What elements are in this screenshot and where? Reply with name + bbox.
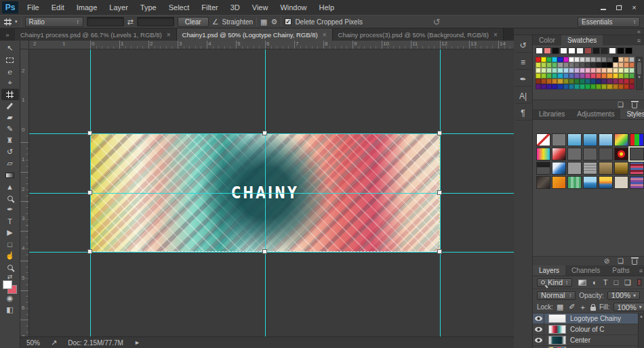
lasso-tool[interactable]: ℮ [1, 66, 19, 77]
swatches-scrollbar[interactable]: ▲▼ [636, 57, 643, 90]
style-thumbnail[interactable] [599, 176, 613, 189]
lock-transparency-icon[interactable]: ▦ [557, 303, 563, 311]
minimize-button[interactable] [596, 3, 610, 13]
color-swatch[interactable] [574, 62, 580, 68]
recent-swatch[interactable] [625, 47, 632, 54]
color-swatch[interactable] [569, 62, 574, 68]
style-thumbnail[interactable] [536, 162, 550, 175]
color-swatch[interactable] [541, 79, 546, 84]
menu-type[interactable]: Type [134, 1, 163, 14]
color-swatch[interactable] [590, 68, 596, 73]
color-swatch[interactable] [624, 62, 629, 68]
new-style-icon[interactable]: ❏ [618, 257, 624, 265]
color-swatch[interactable] [557, 79, 563, 84]
style-thumbnail[interactable] [583, 162, 597, 175]
style-thumbnail[interactable] [567, 162, 582, 175]
menu-3d[interactable]: 3D [224, 1, 246, 14]
menu-help[interactable]: Help [313, 1, 341, 14]
screen-mode[interactable]: ◧ [1, 304, 19, 316]
color-swatch[interactable] [557, 62, 563, 68]
color-swatch[interactable] [601, 68, 607, 73]
tab-adjustments[interactable]: Adjustments [571, 109, 620, 119]
hand-tool[interactable]: ☝ [1, 250, 19, 261]
menu-select[interactable]: Select [163, 1, 196, 14]
style-thumbnail[interactable] [630, 133, 644, 146]
style-thumbnail[interactable] [630, 162, 644, 175]
color-swatch[interactable] [618, 68, 624, 73]
color-swatch[interactable] [574, 79, 580, 84]
layer-filter-kind-dropdown[interactable]: Kind ↕ [537, 278, 572, 287]
color-swatch[interactable] [596, 68, 601, 73]
color-swatch[interactable] [601, 84, 607, 89]
style-thumbnail[interactable] [552, 162, 566, 175]
style-thumbnail[interactable] [536, 148, 550, 160]
opacity-dropdown[interactable]: 100% ▾ [607, 291, 640, 300]
status-menu-arrow-icon[interactable]: ► [134, 339, 140, 346]
style-thumbnail[interactable] [614, 162, 628, 175]
panel-menu-icon[interactable]: ≡ [634, 35, 644, 45]
color-swatch[interactable] [546, 73, 552, 79]
color-swatch[interactable] [563, 84, 569, 89]
layer-thumbnail[interactable] [548, 336, 566, 345]
style-thumbnail[interactable] [599, 162, 613, 175]
menu-edit[interactable]: Edit [45, 1, 71, 14]
recent-swatch[interactable] [617, 47, 624, 54]
tab-paths[interactable]: Paths [606, 265, 636, 276]
gradient-tool[interactable] [1, 169, 19, 181]
color-swatch[interactable] [607, 79, 612, 84]
lock-all-icon[interactable] [590, 307, 596, 311]
crop-settings-gear-icon[interactable]: ⚙ [271, 18, 278, 26]
crop-handle[interactable] [262, 131, 267, 135]
color-swatch[interactable] [618, 73, 624, 79]
color-swatch[interactable] [574, 73, 580, 79]
recent-swatch[interactable] [609, 47, 616, 54]
blur-tool[interactable]: ▲ [1, 181, 19, 192]
color-swatch[interactable] [536, 84, 541, 89]
color-swatch[interactable] [546, 84, 552, 89]
color-swatch[interactable] [574, 68, 580, 73]
filter-pixel-layers-icon[interactable] [578, 280, 586, 286]
filter-smart-objects-icon[interactable]: ❏ [624, 278, 631, 287]
tab-channels[interactable]: Channels [565, 265, 606, 276]
color-swatch[interactable] [541, 73, 546, 79]
color-swatch[interactable] [546, 79, 552, 84]
color-swatch[interactable] [613, 68, 618, 73]
style-thumbnail[interactable] [536, 176, 550, 189]
menu-image[interactable]: Image [71, 1, 104, 14]
tab-styles[interactable]: Styles [620, 109, 644, 119]
swap-dimensions-icon[interactable]: ⇄ [127, 18, 134, 26]
color-swatch[interactable] [557, 84, 563, 89]
color-swatch[interactable] [552, 62, 557, 68]
recent-swatch[interactable] [552, 47, 559, 54]
color-swatch[interactable] [569, 84, 574, 89]
style-thumbnail[interactable] [583, 148, 597, 160]
color-swatch[interactable] [536, 62, 541, 68]
crop-handle[interactable] [87, 131, 92, 135]
reset-icon[interactable]: ↺ [433, 17, 441, 27]
layer-row[interactable]: Colour of C [533, 324, 644, 335]
recent-swatch[interactable] [576, 47, 584, 54]
straighten-icon[interactable]: ∠ [212, 18, 219, 26]
color-swatch[interactable] [563, 57, 569, 62]
lock-position-icon[interactable]: + [581, 303, 585, 311]
color-swatch[interactable] [580, 84, 585, 89]
color-swatch[interactable] [580, 57, 585, 62]
document-tab[interactable]: Chainy process(3).psd @ 50% (Background,… [333, 28, 504, 41]
new-swatch-icon[interactable]: ❏ [618, 101, 624, 108]
tool-preset-caret-icon[interactable]: ▾ [15, 19, 18, 24]
shape-tool[interactable]: □ [1, 238, 19, 250]
color-swatch[interactable] [569, 57, 574, 62]
tab-libraries[interactable]: Libraries [533, 109, 571, 119]
fill-dropdown[interactable]: 100% ▾ [613, 303, 644, 311]
color-swatch[interactable] [596, 62, 601, 68]
clear-button[interactable]: Clear [178, 17, 209, 27]
style-thumbnail[interactable] [552, 133, 566, 146]
type-tool[interactable]: T [1, 215, 19, 227]
ruler-corner[interactable] [20, 41, 29, 49]
color-swatch[interactable] [546, 68, 552, 73]
color-swatch[interactable] [580, 73, 585, 79]
color-swatch[interactable] [563, 79, 569, 84]
color-swatch[interactable] [580, 68, 585, 73]
style-thumbnail[interactable] [536, 133, 550, 146]
color-swatch[interactable] [613, 84, 618, 89]
